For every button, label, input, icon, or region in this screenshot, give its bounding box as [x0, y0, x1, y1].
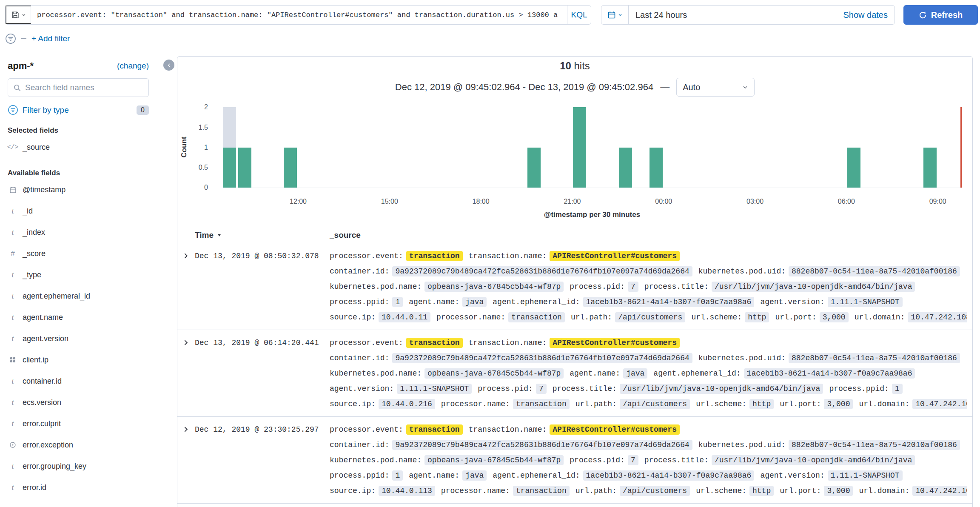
source-line: kubernetes.pod.name:opbeans-java-67845c5… — [330, 366, 967, 381]
field-pair: process.ppid:1 — [330, 298, 403, 305]
filter-count-badge: 0 — [137, 105, 149, 115]
sidebar-field-error.exception[interactable]: error.exception — [8, 434, 149, 456]
field-pair: agent.ephemeral_id:1aceb1b3-8621-4a14-b3… — [493, 472, 754, 479]
field-key: url.port: — [780, 400, 821, 408]
field-value: 1aceb1b3-8621-4a14-b307-f0a9c7aa98a6 — [744, 368, 915, 379]
field-pair: processor.event:transaction — [330, 339, 463, 346]
field-value: /api/customers — [615, 312, 685, 322]
histogram-bar[interactable] — [619, 148, 632, 188]
field-key: transaction.name: — [469, 425, 547, 434]
show-dates-link[interactable]: Show dates — [843, 10, 888, 20]
calendar-icon — [607, 11, 616, 19]
field-value: java — [462, 297, 487, 307]
histogram-bar[interactable] — [573, 107, 586, 188]
field-value: 882e8b07-0c54-11ea-8a75-42010af00186 — [789, 353, 960, 363]
sidebar-field-_source[interactable]: </> _source — [8, 137, 149, 158]
refresh-icon — [919, 11, 927, 19]
field-key: url.domain: — [859, 400, 909, 408]
field-value: /usr/lib/jvm/java-10-openjdk-amd64/bin/j… — [712, 455, 915, 465]
interval-select[interactable]: Auto — [676, 78, 755, 97]
x-axis-line — [222, 188, 962, 188]
field-key: container.id: — [330, 267, 389, 276]
field-key: kubernetes.pod.name: — [330, 282, 422, 291]
calendar-dropdown-button[interactable] — [601, 6, 629, 24]
sidebar-field-@timestamp[interactable]: @timestamp — [8, 179, 149, 200]
sidebar-field-agent.version[interactable]: t agent.version — [8, 328, 149, 349]
sort-desc-icon — [217, 232, 222, 238]
source-line: processor.event:transactiontransaction.n… — [330, 335, 967, 350]
expand-row-button[interactable] — [182, 339, 195, 346]
field-pair: process.ppid:1 — [330, 472, 403, 479]
field-value-highlighted: APIRestController#customers — [550, 251, 680, 261]
histogram-bar[interactable] — [238, 148, 251, 188]
selected-fields-heading: Selected fields — [8, 126, 149, 135]
fields-sidebar: apm-* (change) Filter by type 0 Selected… — [0, 0, 157, 498]
field-key: url.domain: — [859, 487, 909, 495]
field-pair: url.domain:10.47.242.108 — [859, 400, 967, 407]
histogram-bar[interactable] — [223, 148, 236, 188]
field-pair: url.path:/api/customers — [571, 313, 685, 321]
table-row: Dec 13, 2019 @ 06:14:20.441 processor.ev… — [177, 330, 972, 417]
field-value: 7 — [536, 384, 547, 394]
field-value: 10.47.242.108 — [912, 486, 967, 496]
field-name: error.culprit — [23, 419, 61, 428]
sidebar-field-error.id[interactable]: t error.id — [8, 477, 149, 498]
source-type-icon: </> — [8, 144, 18, 151]
field-key: url.port: — [775, 313, 816, 322]
refresh-button[interactable]: Refresh — [903, 5, 978, 25]
field-pair: process.title:/usr/lib/jvm/java-10-openj… — [644, 283, 915, 290]
field-pair: agent.ephemeral_id:1aceb1b3-8621-4a14-b3… — [493, 298, 754, 305]
collapse-sidebar-button[interactable] — [163, 60, 174, 71]
field-name: @timestamp — [23, 185, 66, 194]
date-type-icon — [8, 186, 18, 194]
sidebar-field-agent.name[interactable]: t agent.name — [8, 307, 149, 328]
chevron-down-icon — [742, 84, 748, 90]
field-key: kubernetes.pod.name: — [330, 369, 422, 378]
histogram-bar[interactable] — [923, 148, 937, 188]
field-pair: container.id:9a92372089c79b489ca472fca52… — [330, 441, 692, 448]
sidebar-field-_type[interactable]: t _type — [8, 264, 149, 285]
expand-row-button[interactable] — [182, 252, 195, 259]
field-pair: agent.name:java — [570, 370, 647, 377]
field-key: url.port: — [780, 487, 821, 495]
sidebar-field-client.ip[interactable]: client.ip — [8, 349, 149, 370]
sidebar-field-ecs.version[interactable]: t ecs.version — [8, 392, 149, 413]
field-value: 1.11.1-SNAPSHOT — [828, 297, 903, 307]
histogram-bar[interactable] — [284, 148, 297, 188]
string-type-icon: t — [8, 377, 18, 386]
field-key: kubernetes.pod.name: — [330, 456, 422, 464]
row-timestamp: Dec 12, 2019 @ 23:30:25.297 — [195, 422, 330, 437]
row-source: processor.event:transactiontransaction.n… — [330, 335, 967, 412]
field-search-input[interactable] — [25, 83, 143, 92]
sidebar-field-container.id[interactable]: t container.id — [8, 370, 149, 392]
hits-count: 10 — [560, 60, 571, 71]
change-index-pattern-link[interactable]: (change) — [117, 61, 149, 71]
sidebar-field-_score[interactable]: # _score — [8, 243, 149, 264]
filter-by-type-toggle[interactable]: Filter by type 0 — [8, 105, 149, 115]
sidebar-field-error.grouping_key[interactable]: t error.grouping_key — [8, 456, 149, 477]
sidebar-field-agent.ephemeral_id[interactable]: t agent.ephemeral_id — [8, 285, 149, 307]
sidebar-field-_index[interactable]: t _index — [8, 222, 149, 243]
kql-syntax-button[interactable]: KQL — [567, 6, 591, 24]
sidebar-field-_id[interactable]: t _id — [8, 200, 149, 222]
table-header: Time _source — [177, 227, 972, 243]
field-value-highlighted: transaction — [406, 251, 463, 261]
row-timestamp: Dec 13, 2019 @ 08:50:32.078 — [195, 248, 330, 264]
field-value: 1.11.1-SNAPSHOT — [397, 384, 472, 394]
field-pair: kubernetes.pod.uid:882e8b07-0c54-11ea-8a… — [698, 268, 960, 275]
field-key: processor.name: — [441, 400, 510, 408]
time-column-header[interactable]: Time — [195, 231, 330, 240]
field-pair: container.id:9a92372089c79b489ca472fca52… — [330, 354, 692, 362]
x-axis-tick: 21:00 — [564, 198, 581, 205]
x-axis-tick: 09:00 — [929, 198, 946, 205]
current-time-marker — [960, 107, 962, 188]
sidebar-field-error.culprit[interactable]: t error.culprit — [8, 413, 149, 434]
source-line: agent.version:1.11.1-SNAPSHOTprocess.pid… — [330, 381, 967, 396]
histogram-bar[interactable] — [650, 148, 663, 188]
number-type-icon: # — [8, 250, 18, 258]
histogram-bar[interactable] — [527, 148, 541, 188]
expand-row-button[interactable] — [182, 426, 195, 433]
filter-icon — [8, 105, 18, 115]
histogram-bar[interactable] — [847, 148, 860, 188]
time-range-value[interactable]: Last 24 hours — [635, 10, 687, 20]
